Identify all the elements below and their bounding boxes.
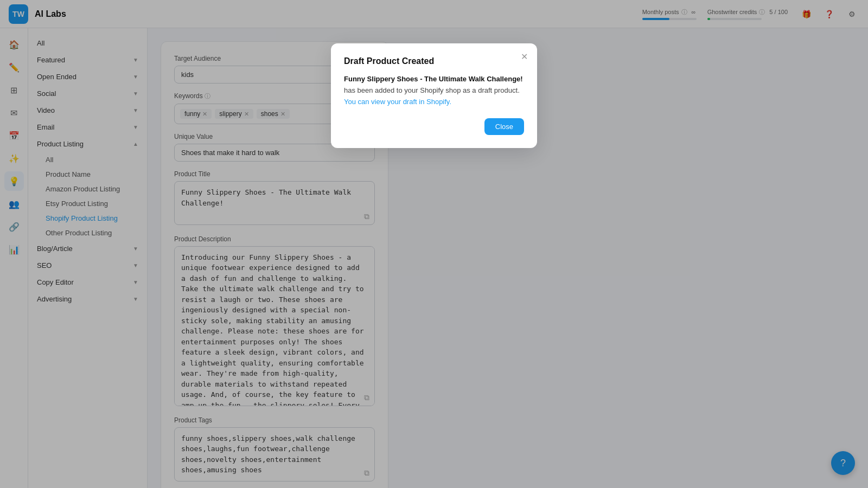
modal-title: Draft Product Created [344, 56, 524, 66]
modal-body: Funny Slippery Shoes - The Ultimate Walk… [344, 74, 524, 107]
modal-overlay[interactable]: ✕ Draft Product Created Funny Slippery S… [0, 0, 868, 488]
modal-close-modal-button[interactable]: Close [484, 118, 524, 135]
modal-close-button[interactable]: ✕ [518, 50, 531, 63]
modal-shopify-link[interactable]: You can view your draft in Shopify. [344, 98, 451, 106]
modal-body-text1: has been added to your Shopify shop as a… [344, 86, 520, 94]
modal-product-name: Funny Slippery Shoes - The Ultimate Walk… [344, 75, 523, 83]
modal-footer: Close [344, 118, 524, 135]
modal: ✕ Draft Product Created Funny Slippery S… [331, 43, 537, 148]
